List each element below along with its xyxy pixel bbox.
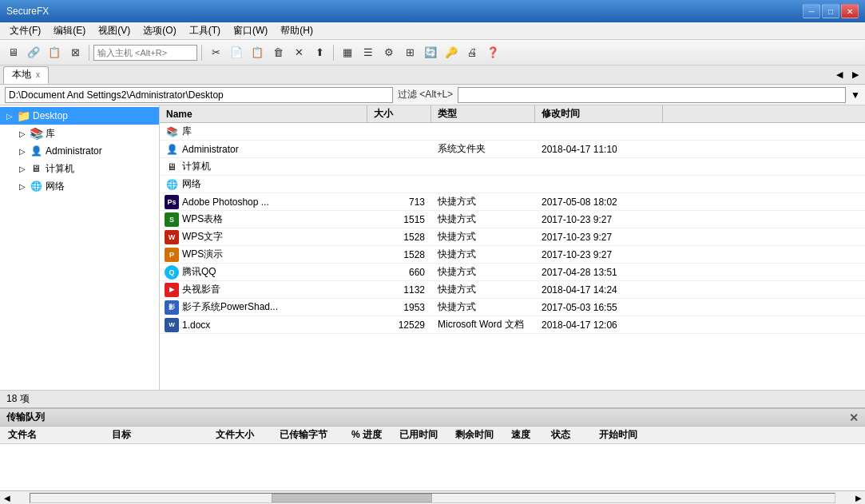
toolbar-cancel[interactable]: ✕ <box>289 43 308 62</box>
host-input[interactable] <box>93 45 197 61</box>
file-tree: ▷ 📁 Desktop ▷ 📚 库 ▷ 👤 Administrator ▷ 🖥 … <box>0 105 160 390</box>
col-header-modified[interactable]: 修改时间 <box>535 105 663 122</box>
toolbar-view4[interactable]: ⊞ <box>400 43 419 62</box>
file-size: 12529 <box>367 319 431 331</box>
file-name: 计算机 <box>182 160 211 173</box>
transfer-body <box>0 444 865 490</box>
toolbar-delete[interactable]: 🗑 <box>268 43 288 62</box>
toolbar-copy[interactable]: 📄 <box>227 43 246 62</box>
tree-item-admin[interactable]: ▷ 👤 Administrator <box>0 142 159 160</box>
expand-icon: ▷ <box>16 129 29 138</box>
toolbar-btn-2[interactable]: 🔗 <box>24 43 43 62</box>
file-size: 1132 <box>367 284 431 296</box>
toolbar-key[interactable]: 🔑 <box>442 43 461 62</box>
expand-icon: ▷ <box>16 147 29 156</box>
toolbar: 🖥 🔗 📋 ⊠ ✂ 📄 📋 🗑 ✕ ⬆ ▦ ☰ ⚙ ⊞ 🔄 🔑 🖨 ❓ <box>0 40 865 65</box>
transfer-col-target: 目标 <box>107 428 211 442</box>
transfer-close-btn[interactable]: ✕ <box>849 411 859 424</box>
menu-help[interactable]: 帮助(H) <box>274 22 319 39</box>
table-row[interactable]: P WPS演示 1528 快捷方式 2017-10-23 9:27 <box>160 246 865 264</box>
tree-item-network[interactable]: ▷ 🌐 网络 <box>0 177 159 195</box>
file-size: 1528 <box>367 232 431 243</box>
toolbar-btn-1[interactable]: 🖥 <box>3 43 22 62</box>
minimize-button[interactable]: ─ <box>803 4 820 18</box>
maximize-button[interactable]: □ <box>822 4 839 18</box>
tree-label: 计算机 <box>46 162 74 176</box>
menu-tools[interactable]: 工具(T) <box>183 22 227 39</box>
transfer-col-progress: % 进度 <box>347 428 395 442</box>
table-row[interactable]: 👤 Administrator 系统文件夹 2018-04-17 11:10 <box>160 141 865 158</box>
toolbar-print[interactable]: 🖨 <box>462 43 482 62</box>
wps-present-icon: P <box>165 248 179 262</box>
file-type: 快捷方式 <box>431 300 535 314</box>
scroll-track[interactable] <box>30 493 835 503</box>
path-input[interactable] <box>5 87 393 103</box>
horizontal-scrollbar[interactable]: ◀ ▶ <box>0 490 865 504</box>
file-modified: 2017-10-23 9:27 <box>535 249 663 260</box>
menu-edit[interactable]: 编辑(E) <box>47 22 92 39</box>
transfer-title: 传输队列 <box>6 411 45 424</box>
table-row[interactable]: 🌐 网络 <box>160 176 865 193</box>
file-size: 1953 <box>367 302 431 313</box>
tree-item-library[interactable]: ▷ 📚 库 <box>0 125 159 142</box>
col-header-name[interactable]: Name <box>160 105 367 122</box>
computer-icon: 🖥 <box>29 161 43 176</box>
network-icon: 🌐 <box>165 177 179 192</box>
toolbar-btn-3[interactable]: 📋 <box>45 43 64 62</box>
statusbar: 18 项 <box>0 390 865 407</box>
toolbar-paste[interactable]: 📋 <box>248 43 267 62</box>
menu-file[interactable]: 文件(F) <box>3 22 47 39</box>
menu-window[interactable]: 窗口(W) <box>227 22 274 39</box>
col-header-size[interactable]: 大小 <box>367 105 431 122</box>
filter-dropdown-icon[interactable]: ▼ <box>851 89 860 101</box>
tab-prev[interactable]: ◀ <box>833 69 846 81</box>
filter-input[interactable] <box>458 87 846 103</box>
tree-item-desktop[interactable]: ▷ 📁 Desktop <box>0 107 159 125</box>
file-type: 系统文件夹 <box>431 142 535 156</box>
scroll-right-btn[interactable]: ▶ <box>851 494 865 502</box>
tab-close-btn[interactable]: x <box>36 70 40 79</box>
tab-next[interactable]: ▶ <box>849 69 862 81</box>
toolbar-view2[interactable]: ☰ <box>359 43 378 62</box>
filter-label: 过滤 <Alt+L> <box>398 88 453 101</box>
local-tab[interactable]: 本地 x <box>3 66 49 84</box>
toolbar-cut[interactable]: ✂ <box>206 43 225 62</box>
user-folder-icon: 👤 <box>29 144 43 158</box>
file-modified: 2017-04-28 13:51 <box>535 267 663 278</box>
table-row[interactable]: W 1.docx 12529 Microsoft Word 文档 2018-04… <box>160 316 865 334</box>
toolbar-upload[interactable]: ⬆ <box>310 43 329 62</box>
transfer-col-filename: 文件名 <box>3 428 107 442</box>
table-row[interactable]: S WPS表格 1515 快捷方式 2017-10-23 9:27 <box>160 211 865 228</box>
scroll-left-btn[interactable]: ◀ <box>0 494 14 502</box>
file-modified: 2018-04-17 11:10 <box>535 144 663 155</box>
folder-icon: 📚 <box>29 126 43 141</box>
menu-options[interactable]: 选项(O) <box>137 22 182 39</box>
toolbar-btn-4[interactable]: ⊠ <box>65 43 85 62</box>
folder-icon: 📚 <box>165 125 179 139</box>
table-row[interactable]: Q 腾讯QQ 660 快捷方式 2017-04-28 13:51 <box>160 264 865 281</box>
table-row[interactable]: Ps Adobe Photoshop ... 713 快捷方式 2017-05-… <box>160 193 865 211</box>
titlebar: SecureFX ─ □ ✕ <box>0 0 865 22</box>
toolbar-view3[interactable]: ⚙ <box>379 43 399 62</box>
qq-icon: Q <box>165 265 179 280</box>
close-button[interactable]: ✕ <box>841 4 859 18</box>
table-row[interactable]: W WPS文字 1528 快捷方式 2017-10-23 9:27 <box>160 228 865 246</box>
toolbar-sync[interactable]: 🔄 <box>421 43 440 62</box>
toolbar-help[interactable]: ❓ <box>483 43 502 62</box>
file-type: 快捷方式 <box>431 212 535 226</box>
wps-writer-icon: W <box>165 230 179 244</box>
menu-view[interactable]: 视图(V) <box>92 22 137 39</box>
table-row[interactable]: 📚 库 <box>160 123 865 141</box>
file-name: 腾讯QQ <box>182 265 216 279</box>
scroll-thumb[interactable] <box>272 494 432 502</box>
transfer-columns: 文件名 目标 文件大小 已传输字节 % 进度 已用时间 剩余时间 速度 状态 开… <box>0 427 865 444</box>
toolbar-view1[interactable]: ▦ <box>338 43 357 62</box>
file-list: Name 大小 类型 修改时间 📚 库 <box>160 105 865 390</box>
toolbar-sep-1 <box>89 45 89 61</box>
table-row[interactable]: ▶ 央视影音 1132 快捷方式 2018-04-17 14:24 <box>160 281 865 299</box>
tree-item-computer[interactable]: ▷ 🖥 计算机 <box>0 160 159 177</box>
table-row[interactable]: 影 影子系统PowerShad... 1953 快捷方式 2017-05-03 … <box>160 299 865 316</box>
transfer-col-elapsed: 已用时间 <box>395 428 450 442</box>
table-row[interactable]: 🖥 计算机 <box>160 158 865 176</box>
col-header-type[interactable]: 类型 <box>431 105 535 122</box>
